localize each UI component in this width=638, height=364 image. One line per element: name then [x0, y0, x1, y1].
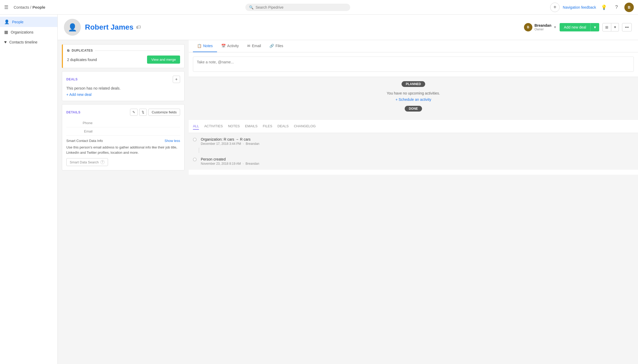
details-card-header: DETAILS ✎ ⇅ Customize fields [66, 109, 180, 116]
duplicates-icon: ⧉ [67, 49, 70, 52]
help-icon-button[interactable]: ? [612, 3, 621, 12]
tab-files[interactable]: 🔗 Files [265, 40, 288, 52]
details-actions: ✎ ⇅ Customize fields [130, 109, 180, 116]
duplicates-title: DUPLICATES [72, 49, 93, 52]
no-deals-text: This person has no related deals. [66, 86, 180, 90]
history-item-meta: November 23, 2018 8:19 AM · Breandan [201, 162, 260, 166]
person-avatar-icon: 👤 [68, 23, 77, 32]
history-item-date: November 23, 2018 8:19 AM [201, 162, 241, 166]
sidebar-item-label: Contacts timeline [9, 40, 37, 44]
duplicates-header: ⧉ DUPLICATES [67, 49, 180, 52]
timeline-connector [199, 148, 634, 153]
email-tab-icon: ✉ [247, 44, 250, 48]
history-tab-activities[interactable]: ACTIVITIES [204, 123, 223, 130]
content-columns: ⧉ DUPLICATES 2 duplicates found View and… [58, 40, 638, 175]
people-icon: 👤 [4, 19, 9, 24]
add-deal-button-group: Add new deal ▼ [560, 23, 599, 31]
history-tabs: ALL ACTIVITIES NOTES EMAILS FILES DEALS … [189, 120, 638, 133]
view-toggle-button[interactable]: ⊞ [602, 23, 611, 31]
duplicates-card: ⧉ DUPLICATES 2 duplicates found View and… [62, 44, 185, 68]
smart-data-search-button[interactable]: Smart Data Search ? [66, 158, 108, 166]
breadcrumb-people[interactable]: People [33, 5, 45, 9]
add-button[interactable]: + [550, 3, 560, 12]
person-name-area: Robert James 🏷 [85, 23, 141, 31]
deals-card-header: DEALS + [66, 76, 180, 83]
sidebar-item-label: People [12, 20, 24, 24]
sidebar-item-people[interactable]: 👤 People [0, 17, 57, 27]
sidebar-item-label: Organizations [11, 30, 33, 34]
main-content: 👤 Robert James 🏷 B Breandan Owner ▼ [58, 15, 638, 364]
history-item-date: December 17, 2018 3:44 PM [201, 142, 241, 146]
search-bar: 🔍 [245, 4, 350, 11]
user-avatar[interactable]: B [624, 3, 634, 12]
smart-contact-title: Smart Contact Data Info [66, 139, 103, 143]
tab-activity[interactable]: 📅 Activity [217, 40, 243, 52]
sidebar-item-organizations[interactable]: ▦ Organizations [0, 27, 57, 37]
history-item: Person created November 23, 2018 8:19 AM… [193, 153, 634, 170]
view-toggle-group: ⊞ ▼ [602, 23, 619, 31]
details-card-title: DETAILS [66, 111, 80, 114]
add-deal-dropdown-button[interactable]: ▼ [590, 23, 599, 31]
details-edit-button[interactable]: ✎ [130, 109, 138, 116]
history-tab-files[interactable]: FILES [263, 123, 272, 130]
lightbulb-icon-button[interactable]: 💡 [599, 3, 609, 12]
top-nav: ☰ Contacts / People 🔍 + Navigation feedb… [0, 0, 638, 15]
view-and-merge-button[interactable]: View and merge [147, 56, 180, 64]
hamburger-icon[interactable]: ☰ [4, 4, 8, 10]
tabs-header: 📋 Notes 📅 Activity ✉ Email 🔗 [189, 40, 638, 52]
owner-chevron-icon[interactable]: ▼ [553, 25, 556, 29]
more-options-button[interactable]: ••• [622, 23, 632, 31]
show-less-link[interactable]: Show less [165, 139, 180, 143]
planned-section: PLANNED You have no upcoming activities.… [189, 77, 638, 120]
organizations-icon: ▦ [4, 30, 8, 35]
history-item: Organization: R cars → R cars December 1… [193, 133, 634, 150]
history-tab-changelog[interactable]: CHANGELOG [294, 123, 316, 130]
detail-row-phone: Phone [66, 119, 180, 127]
person-name-text: Robert James [85, 23, 133, 31]
view-toggle-dropdown-button[interactable]: ▼ [611, 23, 619, 31]
add-deal-link[interactable]: + Add new deal [66, 92, 91, 97]
history-items-container: Organization: R cars → R cars December 1… [189, 133, 638, 170]
schedule-activity-link[interactable]: + Schedule an activity [193, 97, 634, 102]
customize-fields-button[interactable]: Customize fields [148, 109, 180, 116]
deals-add-button[interactable]: + [173, 76, 180, 83]
breadcrumb: Contacts / People [14, 5, 45, 9]
note-input[interactable] [193, 57, 634, 72]
sidebar-item-contacts-timeline[interactable]: ♥ Contacts timeline [0, 37, 57, 47]
left-column: ⧉ DUPLICATES 2 duplicates found View and… [58, 40, 189, 175]
tab-notes[interactable]: 📋 Notes [193, 40, 217, 52]
header-right-actions: B Breandan Owner ▼ Add new deal ▼ ⊞ ▼ ••… [524, 23, 632, 31]
tag-icon[interactable]: 🏷 [136, 25, 141, 30]
email-tab-label: Email [252, 44, 261, 48]
files-tab-icon: 🔗 [269, 44, 274, 48]
breadcrumb-contacts[interactable]: Contacts / [14, 5, 33, 9]
no-upcoming-activities-text: You have no upcoming activities. [193, 91, 634, 95]
app-body: 👤 People ▦ Organizations ♥ Contacts time… [0, 15, 638, 364]
notes-tab-icon: 📋 [197, 44, 202, 48]
history-tab-notes[interactable]: NOTES [228, 123, 240, 130]
right-panel: 📋 Notes 📅 Activity ✉ Email 🔗 [189, 40, 638, 175]
email-label: Email [66, 129, 93, 133]
history-tab-emails[interactable]: EMAILS [245, 123, 258, 130]
smart-data-search-label: Smart Data Search [70, 160, 99, 164]
add-deal-button[interactable]: Add new deal [560, 23, 590, 31]
history-tab-all[interactable]: ALL [193, 123, 199, 130]
search-icon: 🔍 [249, 5, 253, 9]
duplicates-content: 2 duplicates found View and merge [67, 56, 180, 64]
history-tab-deals[interactable]: DEALS [278, 123, 289, 130]
phone-label: Phone [66, 121, 93, 125]
owner-avatar: B [524, 23, 532, 31]
files-tab-label: Files [275, 44, 283, 48]
history-item-content: Organization: R cars → R cars December 1… [201, 137, 261, 146]
history-dot-icon [193, 138, 197, 141]
details-card: DETAILS ✎ ⇅ Customize fields Phone Email [62, 104, 185, 170]
search-input[interactable] [256, 5, 347, 9]
owner-label: Owner [534, 27, 552, 31]
details-sort-button[interactable]: ⇅ [139, 109, 147, 116]
history-item-author: Breandan [246, 162, 259, 166]
deals-card: DEALS + This person has no related deals… [62, 71, 185, 101]
navigation-feedback-link[interactable]: Navigation feedback [563, 5, 596, 9]
history-item-title: Person created [201, 157, 260, 161]
owner-name: Breandan [534, 23, 552, 27]
tab-email[interactable]: ✉ Email [243, 40, 265, 52]
